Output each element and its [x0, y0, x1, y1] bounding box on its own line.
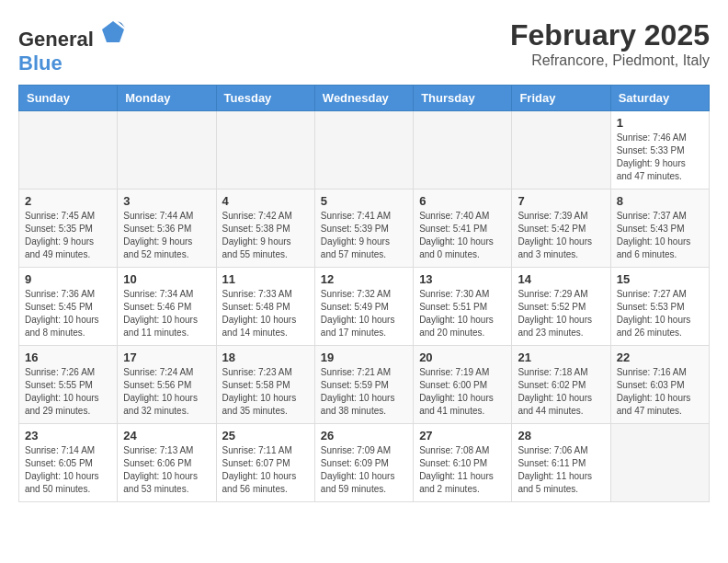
day-number: 20: [419, 350, 506, 364]
day-info: Sunrise: 7:19 AMSunset: 6:00 PMDaylight:…: [419, 366, 506, 418]
logo-icon: [99, 18, 127, 46]
day-info: Sunrise: 7:16 AMSunset: 6:03 PMDaylight:…: [617, 366, 703, 418]
day-header-wednesday: Wednesday: [314, 86, 413, 111]
day-info: Sunrise: 7:11 AMSunset: 6:07 PMDaylight:…: [222, 444, 309, 496]
calendar-cell: 8Sunrise: 7:37 AMSunset: 5:43 PMDaylight…: [610, 190, 709, 268]
day-info: Sunrise: 7:18 AMSunset: 6:02 PMDaylight:…: [518, 366, 604, 418]
day-info: Sunrise: 7:08 AMSunset: 6:10 PMDaylight:…: [419, 444, 506, 496]
logo-blue: Blue: [18, 52, 63, 75]
day-info: Sunrise: 7:36 AMSunset: 5:45 PMDaylight:…: [25, 288, 111, 339]
header: General Blue February 2025 Refrancore, P…: [18, 18, 710, 75]
day-number: 3: [123, 194, 210, 208]
day-header-monday: Monday: [118, 86, 216, 111]
day-info: Sunrise: 7:32 AMSunset: 5:49 PMDaylight:…: [321, 288, 407, 339]
calendar-cell: 14Sunrise: 7:29 AMSunset: 5:52 PMDayligh…: [512, 268, 610, 346]
day-info: Sunrise: 7:06 AMSunset: 6:11 PMDaylight:…: [518, 444, 604, 496]
day-info: Sunrise: 7:46 AMSunset: 5:33 PMDaylight:…: [617, 132, 703, 183]
day-number: 24: [123, 429, 210, 442]
calendar-cell: 3Sunrise: 7:44 AMSunset: 5:36 PMDaylight…: [118, 190, 216, 268]
day-number: 12: [321, 272, 407, 286]
calendar-cell: 28Sunrise: 7:06 AMSunset: 6:11 PMDayligh…: [512, 424, 610, 502]
day-number: 21: [518, 350, 604, 364]
day-number: 25: [222, 429, 309, 442]
logo-text: General Blue: [18, 18, 127, 75]
day-number: 7: [518, 194, 604, 208]
calendar-cell: 10Sunrise: 7:34 AMSunset: 5:46 PMDayligh…: [118, 268, 216, 346]
day-info: Sunrise: 7:44 AMSunset: 5:36 PMDaylight:…: [123, 210, 210, 261]
day-header-thursday: Thursday: [414, 86, 512, 111]
day-info: Sunrise: 7:26 AMSunset: 5:55 PMDaylight:…: [25, 366, 111, 418]
calendar-cell: 13Sunrise: 7:30 AMSunset: 5:51 PMDayligh…: [414, 268, 512, 346]
svg-marker-0: [102, 21, 124, 42]
day-header-tuesday: Tuesday: [216, 86, 314, 111]
calendar-cell: 9Sunrise: 7:36 AMSunset: 5:45 PMDaylight…: [19, 268, 118, 346]
calendar-cell: 23Sunrise: 7:14 AMSunset: 6:05 PMDayligh…: [19, 424, 118, 502]
day-info: Sunrise: 7:21 AMSunset: 5:59 PMDaylight:…: [321, 366, 407, 418]
day-number: 23: [25, 429, 111, 442]
calendar-cell: 27Sunrise: 7:08 AMSunset: 6:10 PMDayligh…: [414, 424, 512, 502]
calendar-cell: 19Sunrise: 7:21 AMSunset: 5:59 PMDayligh…: [314, 346, 413, 424]
day-number: 26: [321, 429, 407, 442]
day-info: Sunrise: 7:23 AMSunset: 5:58 PMDaylight:…: [222, 366, 309, 418]
day-info: Sunrise: 7:27 AMSunset: 5:53 PMDaylight:…: [617, 288, 703, 339]
calendar-cell: [19, 111, 118, 190]
day-number: 16: [25, 350, 111, 364]
day-number: 2: [25, 194, 111, 208]
day-info: Sunrise: 7:37 AMSunset: 5:43 PMDaylight:…: [617, 210, 703, 261]
day-info: Sunrise: 7:13 AMSunset: 6:06 PMDaylight:…: [123, 444, 210, 496]
calendar-cell: 12Sunrise: 7:32 AMSunset: 5:49 PMDayligh…: [314, 268, 413, 346]
calendar-cell: 26Sunrise: 7:09 AMSunset: 6:09 PMDayligh…: [314, 424, 413, 502]
day-number: 6: [419, 194, 506, 208]
day-header-friday: Friday: [512, 86, 610, 111]
calendar-cell: 17Sunrise: 7:24 AMSunset: 5:56 PMDayligh…: [118, 346, 216, 424]
day-info: Sunrise: 7:24 AMSunset: 5:56 PMDaylight:…: [123, 366, 210, 418]
day-number: 27: [419, 429, 506, 442]
day-number: 28: [518, 429, 604, 442]
calendar-table: SundayMondayTuesdayWednesdayThursdayFrid…: [18, 85, 710, 502]
calendar-cell: 2Sunrise: 7:45 AMSunset: 5:35 PMDaylight…: [19, 190, 118, 268]
calendar-cell: [314, 111, 413, 190]
day-number: 10: [123, 272, 210, 286]
calendar-cell: 6Sunrise: 7:40 AMSunset: 5:41 PMDaylight…: [414, 190, 512, 268]
day-info: Sunrise: 7:39 AMSunset: 5:42 PMDaylight:…: [518, 210, 604, 261]
day-info: Sunrise: 7:09 AMSunset: 6:09 PMDaylight:…: [321, 444, 407, 496]
day-info: Sunrise: 7:34 AMSunset: 5:46 PMDaylight:…: [123, 288, 210, 339]
day-info: Sunrise: 7:30 AMSunset: 5:51 PMDaylight:…: [419, 288, 506, 339]
day-number: 18: [222, 350, 309, 364]
days-header-row: SundayMondayTuesdayWednesdayThursdayFrid…: [19, 86, 710, 111]
day-info: Sunrise: 7:42 AMSunset: 5:38 PMDaylight:…: [222, 210, 309, 261]
day-info: Sunrise: 7:41 AMSunset: 5:39 PMDaylight:…: [321, 210, 407, 261]
week-row-1: 2Sunrise: 7:45 AMSunset: 5:35 PMDaylight…: [19, 190, 710, 268]
day-number: 5: [321, 194, 407, 208]
calendar-cell: [118, 111, 216, 190]
day-info: Sunrise: 7:33 AMSunset: 5:48 PMDaylight:…: [222, 288, 309, 339]
day-number: 4: [222, 194, 309, 208]
calendar-cell: 20Sunrise: 7:19 AMSunset: 6:00 PMDayligh…: [414, 346, 512, 424]
calendar-cell: [414, 111, 512, 190]
day-number: 14: [518, 272, 604, 286]
calendar-cell: 1Sunrise: 7:46 AMSunset: 5:33 PMDaylight…: [610, 111, 709, 190]
day-number: 1: [617, 116, 703, 130]
week-row-0: 1Sunrise: 7:46 AMSunset: 5:33 PMDaylight…: [19, 111, 710, 190]
calendar-cell: 21Sunrise: 7:18 AMSunset: 6:02 PMDayligh…: [512, 346, 610, 424]
day-info: Sunrise: 7:29 AMSunset: 5:52 PMDaylight:…: [518, 288, 604, 339]
calendar-cell: 16Sunrise: 7:26 AMSunset: 5:55 PMDayligh…: [19, 346, 118, 424]
day-info: Sunrise: 7:40 AMSunset: 5:41 PMDaylight:…: [419, 210, 506, 261]
day-number: 11: [222, 272, 309, 286]
day-number: 15: [617, 272, 703, 286]
calendar-cell: 18Sunrise: 7:23 AMSunset: 5:58 PMDayligh…: [216, 346, 314, 424]
calendar-cell: [512, 111, 610, 190]
calendar-cell: [610, 424, 709, 502]
day-number: 17: [123, 350, 210, 364]
calendar-cell: [216, 111, 314, 190]
day-header-saturday: Saturday: [610, 86, 709, 111]
calendar-title: February 2025: [510, 18, 710, 52]
day-number: 22: [617, 350, 703, 364]
calendar-cell: 4Sunrise: 7:42 AMSunset: 5:38 PMDaylight…: [216, 190, 314, 268]
day-info: Sunrise: 7:14 AMSunset: 6:05 PMDaylight:…: [25, 444, 111, 496]
calendar-cell: 7Sunrise: 7:39 AMSunset: 5:42 PMDaylight…: [512, 190, 610, 268]
day-info: Sunrise: 7:45 AMSunset: 5:35 PMDaylight:…: [25, 210, 111, 261]
day-number: 8: [617, 194, 703, 208]
calendar-cell: 25Sunrise: 7:11 AMSunset: 6:07 PMDayligh…: [216, 424, 314, 502]
day-header-sunday: Sunday: [19, 86, 118, 111]
